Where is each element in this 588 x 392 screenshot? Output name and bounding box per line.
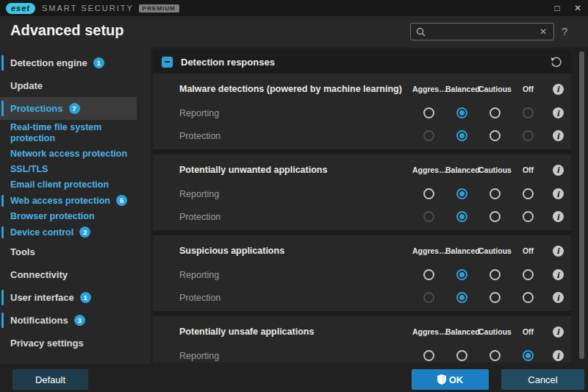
info-icon[interactable]: i xyxy=(553,327,564,338)
info-icon[interactable]: i xyxy=(553,130,564,141)
info-icon[interactable]: i xyxy=(553,292,564,303)
revert-icon[interactable] xyxy=(550,56,562,68)
sidebar-item-user-interface[interactable]: User interface1 xyxy=(0,286,151,309)
radio-cautious[interactable] xyxy=(490,292,501,303)
active-bar xyxy=(1,195,4,206)
info-icon[interactable]: i xyxy=(553,350,564,361)
info-icon[interactable]: i xyxy=(553,246,564,257)
page-title: Advanced setup xyxy=(10,22,123,39)
sidebar-item-realtime-protection[interactable]: Real-time file system protection xyxy=(0,120,151,146)
sidebar-item-label: Web access protection xyxy=(10,196,110,206)
info-icon[interactable]: i xyxy=(553,84,564,95)
sidebar-item-update[interactable]: Update xyxy=(0,74,151,97)
panel-header: Detection responses xyxy=(153,50,571,74)
active-bar xyxy=(1,227,4,238)
close-button[interactable]: ✕ xyxy=(567,0,588,16)
count-badge: 1 xyxy=(80,292,91,303)
radio-balanced[interactable] xyxy=(456,188,467,199)
radio-cautious[interactable] xyxy=(490,211,501,222)
sidebar-item-label: Detection engine xyxy=(10,57,87,68)
sidebar-item-notifications[interactable]: Notifications3 xyxy=(0,309,151,332)
column-cautious: Cautious xyxy=(478,327,512,336)
column-balanced: Balanced xyxy=(445,327,478,336)
radio-off[interactable] xyxy=(523,188,534,199)
search-box[interactable]: ✕ xyxy=(410,23,554,40)
radio-off[interactable] xyxy=(523,211,534,222)
radio-aggressive[interactable] xyxy=(423,269,434,280)
radio-cautious[interactable] xyxy=(490,188,501,199)
sidebar-item-label: Tools xyxy=(10,246,35,257)
sidebar-item-protections[interactable]: Protections7 xyxy=(0,97,137,120)
sidebar-item-label: User interface xyxy=(10,292,74,303)
eset-logo: eset xyxy=(6,3,35,14)
radio-off[interactable] xyxy=(523,107,534,118)
info-icon[interactable]: i xyxy=(553,211,564,222)
radio-aggressive[interactable] xyxy=(423,107,434,118)
radio-off[interactable] xyxy=(523,350,534,361)
sidebar-item-detection-engine[interactable]: Detection engine1 xyxy=(0,51,151,74)
vertical-scrollbar[interactable] xyxy=(579,51,584,359)
sidebar-item-privacy-settings[interactable]: Privacy settings xyxy=(0,332,151,354)
sidebar-item-label: Email client protection xyxy=(10,179,109,190)
search-input[interactable] xyxy=(430,26,538,37)
product-name: SMART SECURITY xyxy=(42,4,134,13)
option-row-protection: Protection i xyxy=(153,286,571,309)
sidebar-item-network-access-protection[interactable]: Network access protection xyxy=(0,146,151,162)
sidebar-item-label: Notifications xyxy=(10,315,68,326)
collapse-section-icon[interactable] xyxy=(162,57,173,68)
sidebar-item-ssl-tls[interactable]: SSL/TLS xyxy=(0,162,151,177)
sidebar-item-device-control[interactable]: Device control2 xyxy=(0,224,151,240)
radio-aggressive[interactable] xyxy=(423,130,434,141)
sidebar-item-email-client-protection[interactable]: Email client protection xyxy=(0,177,151,193)
ok-button[interactable]: OK xyxy=(412,369,489,390)
radio-balanced[interactable] xyxy=(456,350,467,361)
sidebar-item-tools[interactable]: Tools xyxy=(0,240,151,263)
radio-cautious[interactable] xyxy=(490,350,501,361)
radio-aggressive[interactable] xyxy=(423,211,434,222)
option-row-reporting: Reporting i xyxy=(153,344,571,363)
cancel-button[interactable]: Cancel xyxy=(501,369,584,390)
maximize-button[interactable]: □ xyxy=(547,0,567,16)
info-icon[interactable]: i xyxy=(553,269,564,280)
sidebar-item-connectivity[interactable]: Connectivity xyxy=(0,263,151,286)
radio-aggressive[interactable] xyxy=(423,292,434,303)
sidebar-item-label: Update xyxy=(10,80,43,91)
help-icon[interactable]: ? xyxy=(562,25,567,38)
section-title: Potentially unsafe applications xyxy=(179,327,412,337)
radio-balanced[interactable] xyxy=(456,107,467,118)
radio-off[interactable] xyxy=(523,130,534,141)
main-content: Detection responses Malware detections (… xyxy=(151,47,588,364)
radio-off[interactable] xyxy=(523,292,534,303)
column-off: Off xyxy=(512,165,545,174)
default-button[interactable]: Default xyxy=(12,369,88,390)
radio-balanced[interactable] xyxy=(456,269,467,280)
section-title: Malware detections (powered by machine l… xyxy=(179,84,412,94)
radio-balanced[interactable] xyxy=(456,292,467,303)
radio-aggressive[interactable] xyxy=(423,188,434,199)
edition-badge: PREMIUM xyxy=(139,4,179,13)
radio-aggressive[interactable] xyxy=(423,350,434,361)
info-icon[interactable]: i xyxy=(553,188,564,199)
column-balanced: Balanced xyxy=(445,85,478,93)
section-malware-detections: Malware detections (powered by machine l… xyxy=(153,74,571,149)
info-icon[interactable]: i xyxy=(553,165,564,176)
radio-balanced[interactable] xyxy=(456,211,467,222)
active-bar xyxy=(1,55,4,71)
radio-cautious[interactable] xyxy=(490,269,501,280)
sidebar-item-label: Network access protection xyxy=(10,149,127,159)
clear-search-icon[interactable]: ✕ xyxy=(538,26,548,37)
sidebar-item-browser-protection[interactable]: Browser protection xyxy=(0,209,151,224)
sidebar-item-label: Device control xyxy=(10,227,74,238)
radio-cautious[interactable] xyxy=(490,130,501,141)
option-row-reporting: Reporting i xyxy=(153,101,571,124)
radio-off[interactable] xyxy=(523,269,534,280)
header: Advanced setup ✕ ? xyxy=(0,16,588,47)
radio-cautious[interactable] xyxy=(490,107,501,118)
sidebar-item-web-access-protection[interactable]: Web access protection5 xyxy=(0,193,151,209)
info-icon[interactable]: i xyxy=(553,107,564,118)
column-off: Off xyxy=(512,327,545,336)
radio-balanced[interactable] xyxy=(456,130,467,141)
column-cautious: Cautious xyxy=(478,165,512,174)
count-badge: 1 xyxy=(93,57,104,68)
section-suspicious-applications: Suspicious applications Aggres… Balanced… xyxy=(153,235,571,311)
